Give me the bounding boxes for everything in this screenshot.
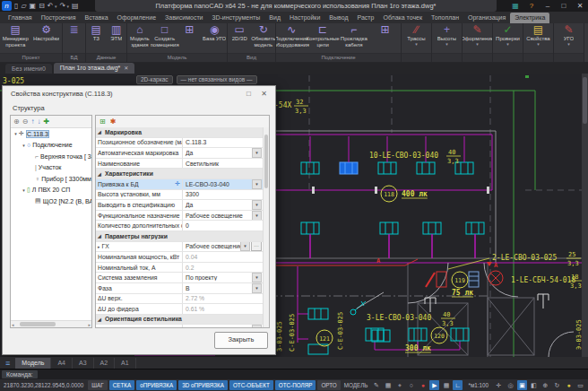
traces-dropdown-button[interactable]: ∕∕Трассы▾ [402, 23, 431, 53]
undo-icon[interactable]: ↶ ▾ [48, 0, 57, 13]
tree-horizontal-scrollbar[interactable]: ◂ ▸ [11, 320, 91, 327]
model-extra-tools-button[interactable]: ⊞ [177, 23, 203, 53]
status-toggle-3D оПРИВЯЗКА[interactable]: 3D оПРИВЯЗКА [178, 380, 228, 390]
property-scrollbar-thumb[interactable] [264, 135, 268, 188]
project-manager-button[interactable]: ▤Менеджер проекта [0, 23, 31, 53]
move-down-icon[interactable]: ↓ [37, 117, 40, 127]
dropdown-arrow-icon[interactable]: ▼ [252, 200, 262, 210]
dropdown-arrow-icon[interactable]: ▼ [252, 325, 262, 328]
favorites-icon[interactable]: ✱ [110, 117, 117, 127]
scroll-left-icon[interactable]: ◂ [12, 321, 14, 328]
dropdown-arrow-icon[interactable]: ▼ [252, 148, 262, 158]
property-value[interactable]: 2.72 % [182, 294, 263, 304]
etm-document-button[interactable]: ▥ЭТМ [107, 23, 127, 53]
zoom-window-icon[interactable]: ▣ [517, 380, 527, 390]
tree-item[interactable]: |Участок [11, 162, 91, 174]
property-value[interactable]: 0.04 [182, 252, 263, 262]
tree-item[interactable]: ⌐Верхняя точка [ 34 [11, 151, 91, 162]
connection-extra-tools-button[interactable]: ⊞ [369, 23, 401, 53]
command-prompt[interactable]: Команда: [2, 370, 38, 378]
record-icon[interactable]: ● [418, 380, 428, 390]
save-icon[interactable]: ▣ [30, 0, 37, 12]
dialog-maximize-button[interactable]: □ [241, 88, 256, 100]
building-model-button[interactable]: ⌂Модель здания [127, 23, 152, 53]
ugo-base-button[interactable]: ◉База УГО [202, 23, 227, 53]
settings-gear-button[interactable]: ⚙Настройки [31, 23, 63, 53]
ribbon-tab-Оформление[interactable]: Оформление [113, 13, 160, 23]
minimize-button[interactable]: – [540, 0, 556, 12]
refresh-properties-icon[interactable]: ⊞ [99, 117, 106, 127]
tab-close-icon[interactable]: ✕ [124, 65, 128, 71]
ribbon-tab-Облака точек[interactable]: Облака точек [378, 13, 427, 23]
property-value[interactable]: C.118.3 [182, 138, 263, 148]
property-value[interactable]: 0.61 % [182, 304, 263, 314]
create-rooms-button[interactable]: □Создать помещения [152, 23, 177, 53]
print-icon[interactable]: ▤ [72, 0, 79, 12]
workspace-grid-icon[interactable]: ▦ [383, 380, 393, 390]
redo-icon[interactable]: ↷ ▾ [59, 0, 69, 13]
remove-node-icon[interactable]: ⊖ [22, 117, 29, 127]
ucs-icon[interactable]: ∟ [453, 380, 463, 390]
app-grid-icon[interactable]: ▦ [507, 0, 523, 12]
property-row[interactable]: ΔU до фидера0.61 % [96, 304, 263, 315]
property-row[interactable]: Автоматическая маркировкаДа▼ [96, 148, 263, 159]
status-toggle-СЕТКА[interactable]: СЕТКА [109, 380, 134, 390]
canvas-scrollbar[interactable] [582, 74, 588, 357]
property-row[interactable]: ▸ГХРабочее освещение Т7.6▼… [96, 242, 263, 253]
property-row[interactable]: Привязка к БД✛LE-CBO-03-040▼ [96, 179, 263, 190]
ribbon-tab-Вывод[interactable]: Вывод [324, 13, 352, 23]
pan-hand-icon[interactable]: ✛ [494, 380, 504, 390]
sun-icon[interactable]: ● [564, 380, 574, 390]
open-folder-icon[interactable]: ▱ [21, 0, 26, 12]
zoom-extents-icon[interactable]: ◧ [529, 380, 539, 390]
dialog-close-action-button[interactable]: Закрыть [214, 332, 268, 349]
tree-expander-icon[interactable]: ▾ [13, 131, 19, 136]
property-value[interactable]: 0 [182, 221, 263, 230]
property-row[interactable]: Система заземленияПо проекту▼ [96, 273, 263, 283]
tree-item[interactable]: ▾▯Л ПВХ 20 СП [11, 185, 91, 196]
layout-tab-A4[interactable]: A4 [51, 358, 73, 369]
layout-tab-Модель[interactable]: Модель [15, 358, 51, 369]
properties-dropdown-button[interactable]: ▤Свойства▾ [523, 23, 553, 53]
property-value[interactable]: Да▼ [182, 200, 263, 210]
document-tab[interactable]: План 1го этажа.dwg*✕ [54, 63, 135, 74]
ribbon-tab-Построения[interactable]: Построения [37, 13, 81, 23]
document-tab[interactable]: Без имени0 [5, 64, 52, 74]
property-row[interactable]: Высота установки, мм3300 [96, 190, 263, 201]
cable-label[interactable]: С-Е-03-025 [289, 314, 296, 352]
property-row[interactable]: Выводить в спецификациюДа▼ [96, 200, 263, 211]
layout-tab-A1[interactable]: A1 [115, 358, 136, 369]
annotation-scale-icon[interactable]: ⌖ [394, 380, 404, 390]
new-file-icon[interactable]: ▯ [14, 0, 18, 12]
orbit-icon[interactable]: ↻ [552, 380, 562, 390]
status-toggle-ОТС-ОБЪЕКТ[interactable]: ОТС-ОБЪЕКТ [229, 380, 273, 390]
property-value[interactable]: B▼ [182, 283, 263, 293]
property-row[interactable]: Номинальный ток, А0.2 [96, 263, 263, 274]
dropdown-arrow-icon[interactable]: ▼ [252, 273, 262, 282]
database-stack-button[interactable]: ≣ [63, 23, 85, 53]
layout-tab-A3[interactable]: A3 [73, 358, 94, 369]
refresh-model-button[interactable]: ↻Обновить модель [252, 23, 276, 53]
control-circuits-button[interactable]: ⊏Контрольные цепи [307, 23, 339, 53]
property-value[interactable]: 0.2 [182, 263, 263, 273]
pencil-icon[interactable]: ✎ [371, 380, 381, 390]
property-row[interactable]: ФазаB▼ [96, 283, 263, 294]
ribbon-tab-Организация[interactable]: Организация [463, 13, 510, 23]
view-2d3d-button[interactable]: ▭2D/3D [228, 23, 252, 53]
ribbon-tab-Зависимости[interactable]: Зависимости [160, 13, 207, 23]
property-value[interactable]: Рабочее освещение Т7.6▼… [182, 242, 263, 252]
ribbon-tab-Главная[interactable]: Главная [4, 13, 37, 23]
help-button[interactable]: ? [523, 0, 540, 12]
tree-item[interactable]: ▾○Подключение [11, 140, 91, 152]
property-value[interactable]: LE-CBO-03-040▼ [182, 179, 263, 189]
status-toggle-ОТС-ПОЛЯР[interactable]: ОТС-ПОЛЯР [275, 380, 316, 390]
ribbon-tab-Топоплан[interactable]: Топоплан [427, 13, 463, 23]
property-value[interactable]: Да▼ [182, 148, 263, 158]
cable-label[interactable]: С-Е-03-025 [337, 312, 344, 350]
property-value[interactable]: Рабочее освещение▼ [182, 211, 263, 221]
lamp-icon[interactable]: ○ [406, 380, 416, 390]
ribbon-tab-Электрика[interactable]: Электрика [510, 13, 549, 23]
scroll-right-icon[interactable]: ▸ [88, 321, 91, 328]
property-row[interactable]: Позиционное обозначение (маркир...C.118.… [96, 138, 263, 149]
property-row[interactable]: НаименованиеСветильник [96, 159, 263, 169]
